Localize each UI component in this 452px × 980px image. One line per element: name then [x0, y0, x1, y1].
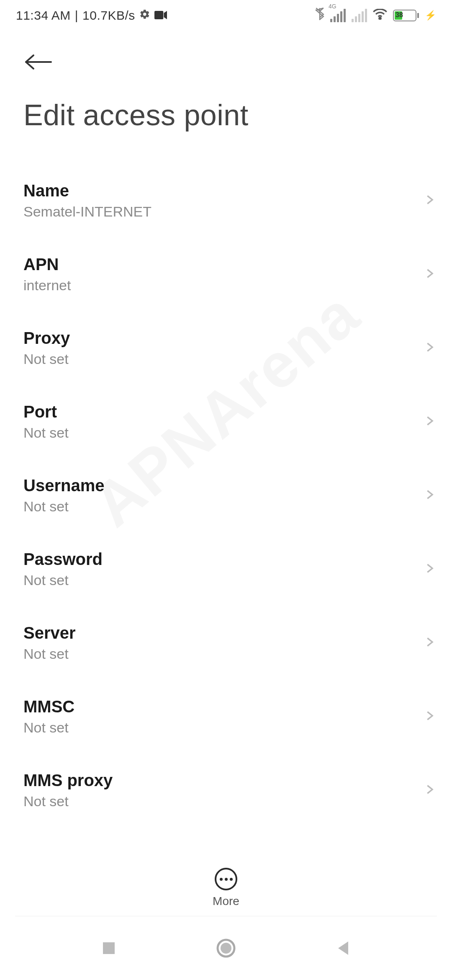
svg-rect-0 — [154, 11, 163, 19]
setting-label: APN — [23, 255, 71, 274]
system-nav-bar — [0, 916, 452, 980]
setting-label: MMS proxy — [23, 771, 113, 790]
setting-value: Not set — [23, 498, 104, 515]
svg-point-6 — [221, 943, 231, 954]
status-time: 11:34 AM — [16, 8, 71, 23]
setting-value: internet — [23, 277, 71, 294]
status-speed: 10.7KB/s — [82, 8, 135, 23]
setting-mmsc[interactable]: MMSC Not set — [0, 680, 452, 753]
setting-proxy[interactable]: Proxy Not set — [0, 311, 452, 385]
svg-marker-1 — [164, 11, 167, 19]
status-right: 4G 38 ⚡ — [315, 8, 436, 23]
more-button[interactable]: More — [0, 863, 452, 908]
setting-value: Not set — [23, 351, 70, 367]
setting-label: MMSC — [23, 697, 74, 716]
chevron-right-icon — [424, 268, 435, 281]
chevron-right-icon — [424, 710, 435, 723]
svg-marker-7 — [338, 941, 348, 955]
bluetooth-icon — [315, 8, 324, 23]
setting-value: Not set — [23, 572, 103, 588]
setting-value: Not set — [23, 720, 74, 736]
status-left: 11:34 AM | 10.7KB/s — [16, 8, 167, 23]
setting-password[interactable]: Password Not set — [0, 532, 452, 606]
setting-name[interactable]: Name Sematel-INTERNET — [0, 164, 452, 237]
battery-percent: 38 — [396, 11, 403, 19]
status-separator: | — [75, 8, 78, 23]
gear-icon — [139, 8, 150, 23]
setting-port[interactable]: Port Not set — [0, 385, 452, 459]
wifi-icon — [373, 8, 387, 23]
chevron-right-icon — [424, 636, 435, 650]
setting-username[interactable]: Username Not set — [0, 459, 452, 532]
setting-apn[interactable]: APN internet — [0, 237, 452, 311]
setting-label: Name — [23, 181, 152, 200]
svg-point-2 — [379, 17, 381, 19]
battery-indicator: 38 — [393, 10, 419, 21]
chevron-right-icon — [424, 489, 435, 502]
more-icon — [215, 868, 237, 890]
setting-value: Sematel-INTERNET — [23, 204, 152, 220]
signal-sim2 — [352, 9, 367, 22]
setting-label: Proxy — [23, 329, 70, 348]
setting-label: Port — [23, 402, 69, 421]
chevron-right-icon — [424, 562, 435, 576]
svg-rect-4 — [103, 942, 115, 954]
chevron-right-icon — [424, 415, 435, 428]
back-button[interactable] — [23, 52, 54, 72]
setting-label: Server — [23, 624, 76, 642]
setting-mms-proxy[interactable]: MMS proxy Not set — [0, 753, 452, 827]
setting-label: Password — [23, 550, 103, 569]
nav-back-button[interactable] — [331, 936, 356, 961]
chevron-right-icon — [424, 784, 435, 797]
nav-recents-button[interactable] — [96, 936, 121, 961]
setting-value: Not set — [23, 793, 113, 810]
signal-sim1: 4G — [330, 9, 346, 22]
setting-value: Not set — [23, 425, 69, 441]
page-title: Edit access point — [0, 72, 452, 155]
camera-icon — [154, 8, 167, 23]
chevron-right-icon — [424, 194, 435, 207]
nav-home-button[interactable] — [213, 936, 239, 961]
setting-label: Username — [23, 476, 104, 495]
setting-value: Not set — [23, 646, 76, 662]
status-bar: 11:34 AM | 10.7KB/s 4G — [0, 0, 452, 27]
more-label: More — [213, 895, 239, 908]
charging-icon: ⚡ — [425, 10, 436, 21]
settings-list: Name Sematel-INTERNET APN internet Proxy… — [0, 155, 452, 827]
network-type-label: 4G — [329, 3, 336, 10]
chevron-right-icon — [424, 341, 435, 355]
setting-server[interactable]: Server Not set — [0, 606, 452, 680]
